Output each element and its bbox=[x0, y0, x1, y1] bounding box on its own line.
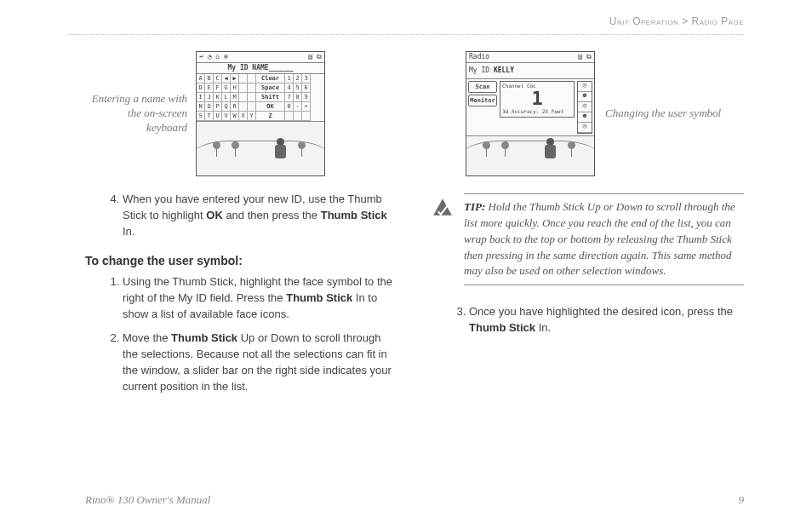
key-1: 1 bbox=[285, 74, 294, 83]
section-heading-change-symbol: To change the user symbol: bbox=[85, 252, 397, 269]
face-icon: ☺ bbox=[578, 82, 592, 92]
key-4: 4 bbox=[285, 83, 294, 93]
myid-label: My ID bbox=[469, 66, 489, 74]
kw-thumb-stick: Thumb Stick bbox=[171, 331, 237, 344]
instruction-list-symbol: Using the Thumb Stick, highlight the fac… bbox=[85, 274, 397, 395]
step-text: In. bbox=[535, 321, 551, 334]
key-+: + bbox=[302, 102, 311, 112]
footer-title: Rino® 130 Owner's Manual bbox=[85, 493, 210, 507]
breadcrumb: Unit Operation > Radio Page bbox=[609, 15, 744, 27]
key-◀: ◀ bbox=[222, 74, 231, 83]
face-icon-list: ☺ ☻ ☺ ☻ ☺ bbox=[577, 81, 592, 134]
tree-icon bbox=[216, 147, 217, 157]
key-blank bbox=[239, 102, 248, 112]
instruction-step-2: Move the Thumb Stick Up or Down to scrol… bbox=[123, 331, 397, 394]
radio-channel-box: Channel Coc 1 3d Accuracy: 25 Feet bbox=[500, 81, 575, 118]
key-u: U bbox=[214, 112, 222, 121]
step-text: Move the bbox=[123, 331, 171, 344]
key-blank bbox=[294, 112, 302, 121]
key-8: 8 bbox=[294, 93, 302, 102]
key-o: O bbox=[205, 102, 214, 112]
kw-thumb-stick: Thumb Stick bbox=[286, 291, 352, 304]
key-9: 9 bbox=[302, 93, 311, 102]
myid-value: KELLY bbox=[494, 66, 514, 74]
key-z: Z bbox=[256, 112, 285, 121]
device-status-bar: Radio ▤ ⧉ bbox=[466, 52, 594, 63]
breadcrumb-sep: > bbox=[678, 15, 691, 27]
accuracy-label: 3d Accuracy: 25 Feet bbox=[502, 108, 572, 116]
instruction-list-right: Once you have highlighted the desired ic… bbox=[432, 304, 744, 336]
device-screenshot-radio: Radio ▤ ⧉ My ID KELLY Scan Monitor Chann… bbox=[466, 51, 595, 176]
right-column: Radio ▤ ⧉ My ID KELLY Scan Monitor Chann… bbox=[432, 51, 744, 478]
key--: - bbox=[294, 102, 302, 112]
key-f: F bbox=[214, 83, 222, 93]
key-e: E bbox=[205, 83, 214, 93]
device-myid-field: My ID NAME______ bbox=[197, 63, 324, 74]
device-scene bbox=[197, 122, 324, 175]
key-blank bbox=[248, 102, 256, 112]
radio-title: Radio bbox=[469, 52, 489, 62]
key-7: 7 bbox=[285, 93, 294, 102]
kw-thumb-stick: Thumb Stick bbox=[321, 209, 387, 221]
key-0: 0 bbox=[285, 102, 294, 112]
key-shift: Shift bbox=[256, 93, 285, 102]
key-blank bbox=[248, 93, 256, 102]
key-x: X bbox=[239, 112, 248, 121]
key-blank bbox=[248, 74, 256, 83]
key-▶: ▶ bbox=[231, 74, 239, 83]
tip-label: TIP: bbox=[464, 200, 485, 213]
person-icon bbox=[543, 138, 558, 162]
kw-thumb-stick: Thumb Stick bbox=[469, 321, 535, 334]
person-icon bbox=[273, 138, 289, 162]
figure-name-entry: Entering a name with the on-screen keybo… bbox=[85, 51, 397, 176]
key-a: A bbox=[197, 74, 205, 83]
key-blank bbox=[302, 112, 311, 121]
device-status-bar: ↩ ◔ ⌂ ⊕ ▤ ⧉ bbox=[197, 52, 324, 63]
figure-caption-right: Changing the user symbol bbox=[605, 106, 721, 121]
key-blank bbox=[239, 93, 248, 102]
step-text: In. bbox=[123, 225, 134, 238]
key-n: N bbox=[197, 102, 205, 112]
face-icon: ☻ bbox=[578, 92, 592, 102]
scan-button: Scan bbox=[468, 81, 497, 93]
key-blank bbox=[239, 74, 248, 83]
key-j: J bbox=[205, 93, 214, 102]
radio-myid-row: My ID KELLY bbox=[466, 63, 594, 79]
key-d: D bbox=[197, 83, 205, 93]
footer-page-number: 9 bbox=[739, 493, 745, 507]
channel-number: 1 bbox=[502, 89, 572, 108]
key-r: R bbox=[231, 102, 239, 112]
breadcrumb-section: Unit Operation bbox=[609, 15, 679, 27]
radio-body: Scan Monitor Channel Coc 1 3d Accuracy: … bbox=[466, 79, 594, 136]
key-5: 5 bbox=[294, 83, 302, 93]
figure-user-symbol: Radio ▤ ⧉ My ID KELLY Scan Monitor Chann… bbox=[466, 51, 744, 176]
key-k: K bbox=[214, 93, 222, 102]
key-m: M bbox=[231, 93, 239, 102]
key-6: 6 bbox=[302, 83, 311, 93]
instruction-step-1: Using the Thumb Stick, highlight the fac… bbox=[123, 274, 397, 323]
face-icon: ☺ bbox=[578, 123, 592, 133]
key-blank bbox=[239, 83, 248, 93]
monitor-button: Monitor bbox=[468, 95, 497, 106]
kw-ok: OK bbox=[206, 209, 223, 221]
face-icon: ☻ bbox=[578, 112, 592, 123]
header-divider bbox=[68, 34, 744, 35]
tree-icon bbox=[235, 147, 236, 157]
status-icons-right: ▤ ⧉ bbox=[578, 52, 592, 62]
tip-text: TIP: Hold the Thumb Stick Up or Down to … bbox=[464, 193, 744, 285]
instruction-step-3: Once you have highlighted the desired ic… bbox=[469, 304, 744, 336]
key-h: H bbox=[231, 83, 239, 93]
key-t: T bbox=[205, 112, 214, 121]
key-blank bbox=[248, 83, 256, 93]
left-column: Entering a name with the on-screen keybo… bbox=[85, 51, 397, 478]
key-clear: Clear bbox=[256, 74, 285, 83]
status-icons-left: ↩ ◔ ⌂ ⊕ bbox=[199, 52, 228, 62]
radio-buttons: Scan Monitor bbox=[468, 81, 497, 106]
figure-caption-left: Entering a name with the on-screen keybo… bbox=[85, 92, 187, 135]
key-l: L bbox=[222, 93, 231, 102]
key-g: G bbox=[222, 83, 231, 93]
breadcrumb-page: Radio Page bbox=[692, 15, 744, 27]
tip-triangle-icon bbox=[432, 197, 454, 219]
tip-body: Hold the Thumb Stick Up or Down to scrol… bbox=[464, 200, 735, 277]
key-blank bbox=[285, 112, 294, 121]
